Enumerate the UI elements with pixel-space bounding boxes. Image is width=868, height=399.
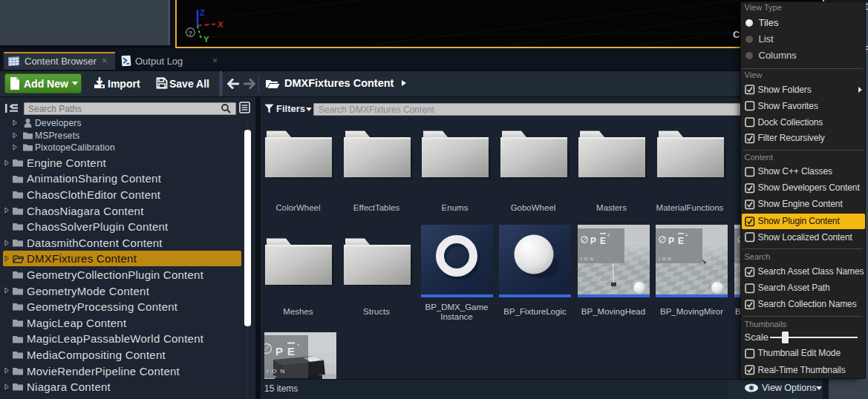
svg-text:ION: ION <box>659 257 673 261</box>
svg-text:4: 4 <box>607 233 610 237</box>
svg-text:E: E <box>287 345 295 357</box>
svg-text:P: P <box>590 236 596 246</box>
svg-text:ION: ION <box>267 368 288 375</box>
svg-text:C: C <box>733 29 740 40</box>
svg-text:X: X <box>218 20 223 29</box>
svg-text:Z: Z <box>200 8 205 17</box>
svg-text:?: ? <box>189 30 193 37</box>
svg-text:ION: ION <box>581 257 595 261</box>
svg-text:P: P <box>668 236 674 246</box>
svg-text:4: 4 <box>685 233 688 237</box>
svg-text:E: E <box>600 236 606 246</box>
svg-text:Y: Y <box>203 35 209 44</box>
svg-text:P: P <box>275 345 283 357</box>
svg-text:E: E <box>678 236 684 246</box>
